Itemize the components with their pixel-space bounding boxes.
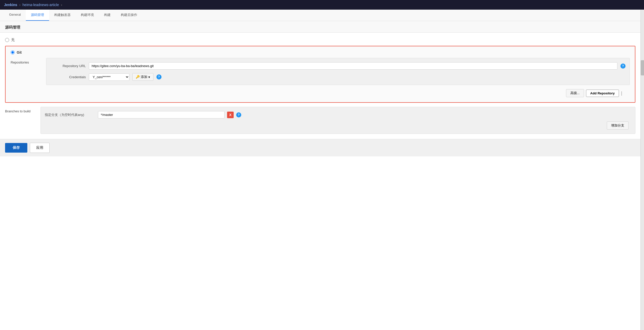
bottom-action-bar: 保存 应用 bbox=[0, 139, 640, 156]
scrollbar-track[interactable] bbox=[640, 10, 644, 330]
scm-none-radio[interactable] bbox=[5, 38, 9, 42]
apply-button[interactable]: 应用 bbox=[30, 143, 50, 153]
add-credential-chevron: ▾ bbox=[148, 75, 150, 79]
save-button[interactable]: 保存 bbox=[5, 143, 27, 153]
advanced-button[interactable]: 高级... bbox=[566, 89, 584, 97]
branch-spec-label: 指定分支（为空时代表any) bbox=[45, 113, 84, 117]
actions-separator: | bbox=[621, 91, 622, 96]
tab-triggers[interactable]: 构建触发器 bbox=[49, 10, 76, 21]
scm-none-label: 无 bbox=[11, 38, 15, 42]
repo-url-help-icon[interactable]: ? bbox=[620, 64, 626, 69]
top-bar: Jenkins › heima-leadnews-article › bbox=[0, 0, 644, 10]
jenkins-link[interactable]: Jenkins bbox=[4, 3, 17, 7]
delete-branch-button[interactable]: X bbox=[227, 112, 234, 118]
breadcrumb-sep-2: › bbox=[61, 3, 62, 7]
add-branch-button[interactable]: 增加分支 bbox=[607, 121, 629, 130]
section-header: 源码管理 bbox=[0, 21, 640, 33]
scm-git-label: Git bbox=[17, 50, 22, 54]
breadcrumb-sep-1: › bbox=[19, 3, 21, 7]
delete-icon: X bbox=[229, 113, 231, 117]
branches-label: Branches to build bbox=[5, 109, 30, 113]
credentials-label: Credentials bbox=[69, 75, 86, 79]
project-link[interactable]: heima-leadnews-article bbox=[23, 3, 59, 7]
credentials-help-icon[interactable]: ? bbox=[156, 74, 162, 79]
scm-git-radio[interactable] bbox=[11, 50, 15, 54]
add-credential-label: 🔑 添加 bbox=[136, 75, 147, 79]
add-credential-button[interactable]: 🔑 添加 ▾ bbox=[132, 73, 153, 81]
branch-spec-input[interactable] bbox=[98, 111, 225, 118]
repositories-label: Repositories bbox=[11, 60, 29, 64]
tab-environment[interactable]: 构建环境 bbox=[76, 10, 99, 21]
tabs-bar: General 源码管理 构建触发器 构建环境 构建 构建后操作 bbox=[0, 10, 640, 21]
tab-build[interactable]: 构建 bbox=[99, 10, 116, 21]
repo-url-input[interactable] bbox=[89, 62, 617, 70]
repo-url-label: Repository URL bbox=[63, 64, 86, 68]
add-repository-button[interactable]: Add Repository bbox=[586, 90, 619, 97]
scrollbar-thumb[interactable] bbox=[641, 60, 644, 75]
credentials-select[interactable]: Y_cen/****** bbox=[89, 73, 129, 81]
tab-general[interactable]: General bbox=[4, 10, 26, 21]
tab-source[interactable]: 源码管理 bbox=[26, 10, 49, 21]
branch-help-icon[interactable]: ? bbox=[236, 112, 241, 117]
tab-post[interactable]: 构建后操作 bbox=[116, 10, 142, 21]
